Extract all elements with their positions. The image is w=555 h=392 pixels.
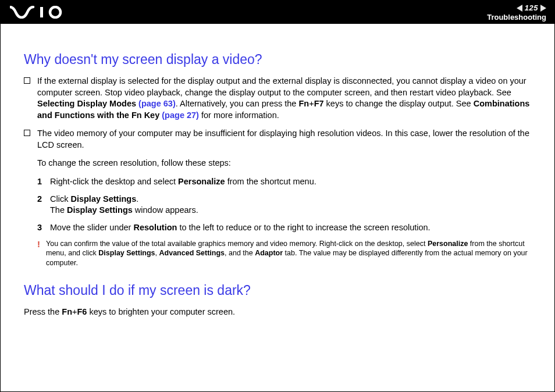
step-number: 2 bbox=[37, 194, 43, 216]
question-2-heading: What should I do if my screen is dark? bbox=[24, 283, 531, 298]
page-27-link[interactable]: (page 27) bbox=[162, 111, 199, 120]
step-number: 3 bbox=[37, 222, 43, 234]
next-page-arrow-icon[interactable] bbox=[540, 5, 546, 12]
step-1: 1 Right-click the desktop and select Per… bbox=[37, 176, 531, 188]
step-text: Right-click the desktop and select Perso… bbox=[50, 176, 316, 188]
steps-intro: To change the screen resolution, follow … bbox=[37, 158, 531, 169]
step-number: 1 bbox=[37, 176, 43, 188]
header-bar: 125 Troubleshooting bbox=[1, 1, 554, 24]
prev-page-arrow-icon[interactable] bbox=[517, 5, 522, 12]
bullet-text: If the external display is selected for … bbox=[37, 76, 531, 121]
page-63-link[interactable]: (page 63) bbox=[138, 99, 176, 108]
bullet-icon bbox=[24, 130, 30, 136]
warning-icon: ! bbox=[37, 238, 40, 268]
bullet-item: The video memory of your computer may be… bbox=[24, 128, 531, 151]
vaio-logo bbox=[10, 6, 68, 19]
bullet-text: The video memory of your computer may be… bbox=[37, 128, 531, 151]
svg-rect-0 bbox=[40, 7, 43, 17]
header-right: 125 Troubleshooting bbox=[487, 3, 546, 22]
section-title: Troubleshooting bbox=[487, 13, 546, 22]
svg-point-1 bbox=[50, 7, 61, 17]
page-number: 125 bbox=[525, 4, 538, 12]
bullet-item: If the external display is selected for … bbox=[24, 76, 531, 121]
step-2: 2 Click Display Settings. The Display Se… bbox=[37, 194, 531, 216]
step-3: 3 Move the slider under Resolution to th… bbox=[37, 222, 531, 234]
question-1-heading: Why doesn't my screen display a video? bbox=[24, 52, 531, 67]
page-content: Why doesn't my screen display a video? I… bbox=[1, 24, 554, 318]
step-text: Click Display Settings. The Display Sett… bbox=[50, 194, 198, 216]
note-text: You can confirm the value of the total a… bbox=[46, 239, 531, 268]
answer-2: Press the Fn+F6 keys to brighten your co… bbox=[24, 307, 531, 318]
bullet-icon bbox=[24, 77, 30, 84]
step-text: Move the slider under Resolution to the … bbox=[50, 222, 431, 234]
note: ! You can confirm the value of the total… bbox=[37, 239, 531, 268]
